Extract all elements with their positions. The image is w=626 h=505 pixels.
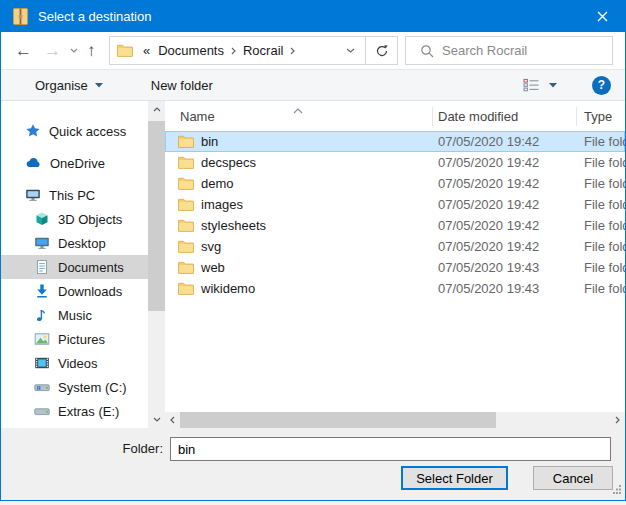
folder-icon <box>178 156 194 169</box>
file-row-demo[interactable]: demo 07/05/2020 19:42 File folder <box>165 173 625 194</box>
system-drive-icon <box>34 379 50 395</box>
folder-icon <box>178 198 194 211</box>
sidebar-item-system-drive[interactable]: System (C:) <box>1 375 148 399</box>
sidebar-item-onedrive[interactable]: OneDrive <box>1 151 148 175</box>
dialog-footer: Folder: Select Folder Cancel <box>1 428 625 500</box>
address-bar[interactable]: « Documents Rocrail <box>109 36 366 65</box>
file-rows: bin 07/05/2020 19:42 File folder decspec… <box>165 131 625 412</box>
sidebar-item-downloads[interactable]: Downloads <box>1 279 148 303</box>
scrollbar-thumb[interactable] <box>180 412 496 428</box>
folder-icon <box>178 261 194 274</box>
sort-ascending-icon <box>293 102 303 117</box>
refresh-button[interactable] <box>365 36 398 65</box>
column-divider[interactable] <box>432 107 433 126</box>
search-input[interactable]: Search Rocrail <box>405 36 613 65</box>
folder-label: Folder: <box>101 441 163 456</box>
folder-icon <box>178 135 194 148</box>
file-row-stylesheets[interactable]: stylesheets 07/05/2020 19:42 File folder <box>165 215 625 236</box>
scroll-left-icon[interactable] <box>165 416 180 424</box>
up-icon[interactable]: ↑ <box>81 42 102 59</box>
column-header-date-modified[interactable]: Date modified <box>432 101 576 131</box>
sidebar-item-3d-objects[interactable]: 3D Objects <box>1 207 148 231</box>
quick-access-star-icon <box>25 123 41 139</box>
file-row-svg[interactable]: svg 07/05/2020 19:42 File folder <box>165 236 625 257</box>
onedrive-cloud-icon <box>25 155 42 171</box>
file-row-images[interactable]: images 07/05/2020 19:42 File folder <box>165 194 625 215</box>
address-dropdown-chevron-icon[interactable] <box>336 48 365 53</box>
app-icon <box>13 8 28 25</box>
scroll-down-icon[interactable] <box>148 411 165 428</box>
breadcrumb-rocrail[interactable]: Rocrail <box>239 43 287 58</box>
select-folder-button[interactable]: Select Folder <box>401 466 508 490</box>
help-icon[interactable]: ? <box>592 76 611 95</box>
scrollbar-thumb[interactable] <box>148 121 165 311</box>
column-header-type[interactable]: Type <box>576 101 625 131</box>
chevron-right-icon[interactable] <box>228 47 239 55</box>
sidebar-item-quick-access[interactable]: Quick access <box>1 119 148 143</box>
file-list-pane: Name Date modified Type bin 07/05/2020 1… <box>165 101 625 428</box>
scroll-up-icon[interactable] <box>148 101 165 118</box>
film-icon <box>34 355 50 371</box>
computer-icon <box>25 187 41 203</box>
back-icon[interactable]: ← <box>9 42 38 59</box>
content-area: Quick access OneDrive This PC 3D Objects… <box>1 101 625 428</box>
navigation-bar: ← → ↑ « Documents Rocrail <box>1 32 625 69</box>
picture-icon <box>34 331 50 347</box>
folder-icon <box>178 282 194 295</box>
download-arrow-icon <box>34 283 50 299</box>
file-dialog-window: Select a destination ← → ↑ « Documents R… <box>0 0 626 501</box>
folder-icon <box>178 177 194 190</box>
view-dropdown-chevron-icon[interactable] <box>549 83 557 88</box>
folder-icon <box>178 219 194 232</box>
file-row-web[interactable]: web 07/05/2020 19:43 File folder <box>165 257 625 278</box>
sidebar-item-this-pc[interactable]: This PC <box>1 183 148 207</box>
organise-label: Organise <box>35 78 88 93</box>
drive-icon <box>34 403 50 419</box>
recent-locations-chevron-icon[interactable] <box>67 48 81 53</box>
folder-icon <box>117 44 133 57</box>
window-title: Select a destination <box>38 9 579 24</box>
breadcrumb-overflow[interactable]: « <box>139 43 154 58</box>
cancel-button[interactable]: Cancel <box>533 466 613 490</box>
titlebar: Select a destination <box>1 0 625 32</box>
refresh-icon <box>375 44 389 58</box>
column-headers: Name Date modified Type <box>165 101 625 131</box>
organise-button[interactable]: Organise <box>25 70 113 100</box>
forward-icon[interactable]: → <box>38 42 67 59</box>
horizontal-scrollbar[interactable] <box>165 412 625 428</box>
sidebar-vertical-scrollbar[interactable] <box>148 101 165 428</box>
sidebar-item-videos[interactable]: Videos <box>1 351 148 375</box>
file-row-decspecs[interactable]: decspecs 07/05/2020 19:42 File folder <box>165 152 625 173</box>
breadcrumb-documents[interactable]: Documents <box>154 43 228 58</box>
resize-grip[interactable] <box>612 482 622 497</box>
command-toolbar: Organise New folder ? <box>1 69 625 101</box>
search-placeholder: Search Rocrail <box>442 43 527 58</box>
desktop-icon <box>34 235 50 251</box>
scrollbar-track[interactable] <box>180 412 610 428</box>
sidebar-item-desktop[interactable]: Desktop <box>1 231 148 255</box>
close-icon[interactable] <box>579 0 625 32</box>
new-folder-button[interactable]: New folder <box>141 70 223 100</box>
document-icon <box>34 259 50 275</box>
sidebar-item-pictures[interactable]: Pictures <box>1 327 148 351</box>
search-icon <box>420 44 434 58</box>
folder-icon <box>178 240 194 253</box>
sidebar-item-music[interactable]: Music <box>1 303 148 327</box>
chevron-right-icon[interactable] <box>287 47 298 55</box>
new-folder-label: New folder <box>151 78 213 93</box>
column-divider[interactable] <box>576 107 577 126</box>
file-row-bin[interactable]: bin 07/05/2020 19:42 File folder <box>165 131 625 152</box>
scroll-right-icon[interactable] <box>610 416 625 424</box>
file-row-wikidemo[interactable]: wikidemo 07/05/2020 19:43 File folder <box>165 278 625 299</box>
view-details-button[interactable] <box>523 78 540 92</box>
music-note-icon <box>34 307 50 323</box>
chevron-down-icon <box>95 83 103 88</box>
sidebar-item-extras-drive[interactable]: Extras (E:) <box>1 399 148 423</box>
cube-icon <box>34 211 50 227</box>
folder-name-input[interactable] <box>170 437 611 461</box>
sidebar-item-documents[interactable]: Documents <box>1 255 148 279</box>
navigation-pane: Quick access OneDrive This PC 3D Objects… <box>1 101 148 428</box>
